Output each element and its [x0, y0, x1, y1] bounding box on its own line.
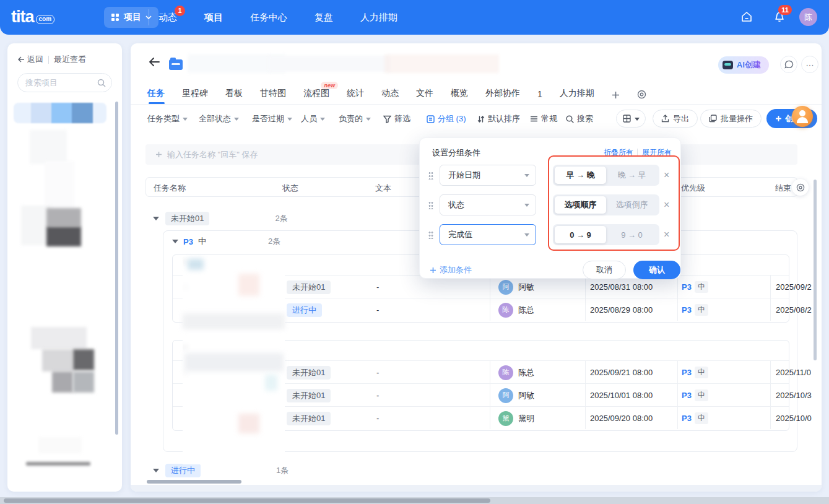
sort-button[interactable]: 默认排序: [477, 110, 520, 128]
drag-handle-icon[interactable]: [428, 231, 433, 239]
task-row[interactable]: 未开始01 - 阿 阿敏 2025/10/01 08:00 P3中 2025/1…: [173, 383, 789, 406]
nav-item-renwuzhongxin[interactable]: 任务中心: [250, 12, 287, 24]
tab-kanban[interactable]: 看板: [225, 88, 243, 104]
priority-cell: P3中: [682, 361, 708, 384]
user-avatar[interactable]: 陈: [799, 8, 817, 26]
nav-item-fupan[interactable]: 复盘: [315, 12, 333, 24]
remove-condition-icon[interactable]: ×: [664, 199, 669, 211]
batch-actions-button[interactable]: 批量操作: [700, 110, 762, 128]
recent-view-link[interactable]: 最近查看: [54, 54, 86, 65]
group-row-p3[interactable]: P3 中 2条: [172, 236, 280, 247]
col-task-name[interactable]: 任务名称: [154, 183, 186, 194]
order-option-asc[interactable]: 选项顺序: [555, 196, 606, 214]
filter-overdue[interactable]: 是否过期: [252, 110, 292, 128]
group-row-blurred[interactable]: [183, 261, 189, 264]
order-option-asc[interactable]: 早 → 晚: [555, 167, 606, 184]
col-priority[interactable]: 优先级: [681, 183, 705, 194]
tab-overview[interactable]: 概览: [451, 88, 468, 104]
ai-robot-icon: [723, 61, 733, 69]
collapse-caret-icon[interactable]: [183, 346, 189, 350]
table-vertical-scrollbar[interactable]: [814, 180, 817, 360]
table-horizontal-scrollbar[interactable]: [147, 480, 241, 484]
nav-item-xiangmu[interactable]: 项目: [204, 12, 223, 24]
order-option-desc[interactable]: 选项倒序: [606, 196, 658, 214]
more-button[interactable]: ···: [801, 56, 818, 73]
order-option-desc[interactable]: 晚 → 早: [606, 167, 658, 184]
app-switcher[interactable]: 项目: [104, 7, 158, 28]
priority-cell: P3中: [682, 384, 708, 407]
collapse-caret-icon[interactable]: [183, 261, 189, 264]
ai-create-label: AI创建: [737, 59, 761, 71]
blurred-content: [268, 56, 391, 72]
assignee-avatar: 阿: [498, 388, 513, 403]
tab-flowchart[interactable]: 流程图 new: [303, 88, 329, 104]
text-cell: -: [376, 276, 379, 298]
tab-files[interactable]: 文件: [416, 88, 433, 104]
tab-1[interactable]: 1: [537, 89, 542, 104]
batch-icon: [709, 115, 717, 123]
expand-all-link[interactable]: 展开所有: [642, 147, 672, 158]
view-settings-icon[interactable]: [637, 90, 646, 104]
group-row-jinxingzhong[interactable]: 进行中 1条: [153, 464, 289, 477]
tab-milestones[interactable]: 里程碑: [182, 88, 208, 104]
tita-logo[interactable]: tita com: [11, 7, 54, 26]
group-row-blurred[interactable]: [183, 346, 189, 350]
drag-handle-icon[interactable]: [428, 172, 433, 180]
tab-activity[interactable]: 动态: [381, 88, 399, 104]
remove-condition-icon[interactable]: ×: [664, 169, 669, 181]
filter-responsible[interactable]: 负责的: [339, 110, 371, 128]
col-status[interactable]: 状态: [282, 183, 298, 194]
add-condition-link[interactable]: 添加条件: [430, 264, 472, 276]
comments-button[interactable]: [780, 56, 797, 73]
confirm-button[interactable]: 确认: [633, 261, 680, 279]
selected-project-item-blurred[interactable]: [14, 103, 106, 123]
filter-task-type[interactable]: 任务类型: [147, 110, 188, 128]
group-button[interactable]: 分组 (3): [427, 110, 466, 128]
cancel-button[interactable]: 取消: [583, 261, 626, 279]
task-row[interactable]: 未开始01 - 黛 黛明 2025/09/20 08:00 P3中 2025/1…: [173, 406, 789, 429]
task-row[interactable]: 1 未开始01 - 陈 陈总 2025/09/21 08:00 P3中 2025…: [173, 360, 789, 383]
group-count: 2条: [275, 213, 287, 224]
support-mascot-button[interactable]: [792, 106, 813, 127]
task-row[interactable]: 进行中 - 陈 陈总 2025/08/29 08:00 P3中 2025/08/…: [173, 298, 789, 321]
export-button[interactable]: 导出: [653, 110, 698, 128]
filter-button[interactable]: 筛选: [383, 110, 410, 128]
home-icon[interactable]: [740, 11, 753, 23]
back-link[interactable]: 返回: [17, 54, 43, 65]
collapse-caret-icon[interactable]: [153, 469, 159, 472]
field-select-start-date[interactable]: 开始日期: [440, 165, 536, 186]
nav-item-dongtai[interactable]: 动态 1: [158, 12, 177, 24]
col-end[interactable]: 结束: [775, 183, 791, 194]
column-settings-button[interactable]: [792, 179, 809, 196]
field-select-completion[interactable]: 完成值: [440, 224, 536, 245]
tab-workforce[interactable]: 人力排期: [560, 88, 594, 104]
collapse-caret-icon[interactable]: [172, 240, 178, 243]
chevron-down-icon: [635, 118, 640, 121]
search-button[interactable]: 搜索: [566, 110, 593, 128]
order-option-desc[interactable]: 9 → 0: [606, 226, 658, 243]
add-tab-button[interactable]: [612, 91, 620, 104]
tab-gantt[interactable]: 甘特图: [260, 88, 286, 104]
order-option-asc[interactable]: 0 → 9: [555, 226, 606, 243]
filter-people[interactable]: 人员: [301, 110, 325, 128]
col-text[interactable]: 文本: [375, 183, 391, 194]
ai-create-button[interactable]: AI创建: [718, 56, 769, 74]
tab-tasks[interactable]: 任务: [147, 88, 165, 104]
sidebar-scrollbar[interactable]: [115, 102, 118, 435]
back-arrow-icon[interactable]: [148, 57, 160, 67]
view-mode-button[interactable]: [616, 110, 646, 128]
page-scrollbar-thumb[interactable]: [4, 498, 490, 503]
project-search-input[interactable]: [25, 78, 93, 87]
nav-item-renlipaiqi[interactable]: 人力排期: [360, 12, 397, 24]
group-row-weikaishi01[interactable]: 未开始01 2条: [153, 212, 288, 225]
collapse-all-link[interactable]: 折叠所有: [604, 147, 633, 158]
assignee-avatar: 黛: [498, 411, 513, 426]
remove-condition-icon[interactable]: ×: [664, 228, 669, 241]
filter-status[interactable]: 全部状态: [199, 110, 239, 128]
field-select-status[interactable]: 状态: [440, 194, 536, 215]
tab-external[interactable]: 外部协作: [485, 88, 520, 104]
density-button[interactable]: 常规: [530, 110, 557, 128]
collapse-caret-icon[interactable]: [153, 217, 159, 220]
tab-statistics[interactable]: 统计: [347, 88, 364, 104]
drag-handle-icon[interactable]: [428, 201, 433, 209]
